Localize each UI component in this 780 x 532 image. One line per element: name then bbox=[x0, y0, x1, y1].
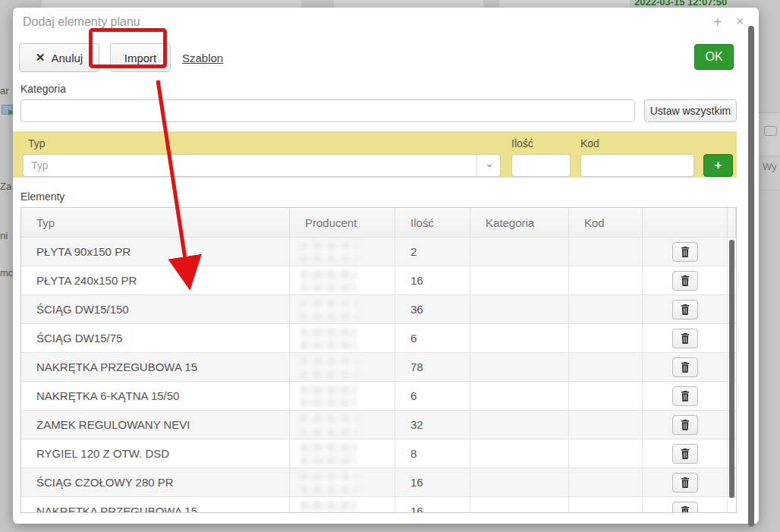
table-row: NAKRĘTKA PRZEGUBOWA 15 78 bbox=[21, 353, 736, 382]
kod-label: Kod bbox=[580, 137, 599, 150]
plus-icon: + bbox=[715, 158, 722, 173]
combobox-divider bbox=[476, 155, 477, 176]
trash-icon bbox=[681, 420, 690, 430]
bg-text-fragment: mc bbox=[0, 267, 13, 279]
cell-producent bbox=[290, 468, 395, 496]
delete-row-button[interactable] bbox=[672, 271, 698, 291]
table-row: PŁYTA 90x150 PR 2 bbox=[21, 238, 736, 266]
cell-kategoria bbox=[470, 382, 569, 410]
ok-button[interactable]: OK bbox=[694, 44, 734, 70]
delete-row-button[interactable] bbox=[672, 386, 698, 406]
redacted-producent bbox=[300, 385, 357, 407]
cell-typ: ŚCIĄG DW15/150 bbox=[21, 295, 290, 323]
cell-kod bbox=[569, 439, 643, 467]
kategoria-input[interactable] bbox=[20, 99, 635, 122]
delete-row-button[interactable] bbox=[672, 473, 698, 493]
table-row: ZAMEK REGULOWANY NEVI 32 bbox=[21, 411, 736, 439]
cell-typ: NAKRĘTKA PRZEGUBOWA 15 bbox=[21, 497, 290, 513]
cell-kod bbox=[569, 295, 643, 323]
add-element-button[interactable]: + bbox=[703, 154, 733, 177]
trash-icon bbox=[681, 304, 690, 315]
cancel-button-label: Anuluj bbox=[51, 52, 83, 65]
dialog-scrollbar[interactable] bbox=[748, 26, 754, 527]
x-icon: ✕ bbox=[36, 51, 46, 65]
table-row: NAKRĘTKA 6-KĄTNA 15/50 6 bbox=[21, 382, 736, 411]
delete-row-button[interactable] bbox=[672, 444, 698, 464]
cell-actions bbox=[643, 497, 728, 513]
import-button-label: Import bbox=[124, 52, 157, 65]
window-close-icon[interactable]: × bbox=[736, 14, 744, 30]
cancel-button[interactable]: ✕ Anuluj bbox=[19, 43, 99, 72]
cell-kod bbox=[569, 382, 643, 410]
cell-actions bbox=[643, 324, 728, 352]
delete-row-button[interactable] bbox=[672, 329, 698, 348]
column-header-kategoria: Kategoria bbox=[470, 208, 569, 237]
cell-producent bbox=[290, 353, 395, 381]
typ-combobox[interactable]: Typ ⌄ bbox=[23, 154, 501, 177]
cell-ilosc: 36 bbox=[395, 295, 470, 323]
scrollbar-spacer bbox=[728, 497, 736, 513]
window-expand-icon[interactable]: + bbox=[713, 14, 722, 31]
cell-kod bbox=[569, 238, 643, 266]
elements-table: Typ Producent Ilość Kategoria Kod PŁYTA … bbox=[20, 207, 737, 513]
ilosc-label: Ilość bbox=[511, 137, 533, 150]
cell-producent bbox=[290, 497, 395, 513]
template-link[interactable]: Szablon bbox=[182, 52, 223, 65]
cell-actions bbox=[643, 439, 728, 467]
bg-checkbox[interactable] bbox=[764, 126, 777, 136]
cell-producent bbox=[290, 324, 395, 352]
set-all-button[interactable]: Ustaw wszystkim bbox=[644, 99, 737, 122]
redacted-producent bbox=[300, 327, 357, 349]
bg-export-icon bbox=[2, 105, 13, 115]
kod-input[interactable] bbox=[580, 154, 694, 177]
cell-typ: NAKRĘTKA 6-KĄTNA 15/50 bbox=[21, 382, 290, 410]
table-row: NAKRĘTKA PRZEGUBOWA 15 16 bbox=[21, 497, 736, 513]
cell-kod bbox=[569, 266, 643, 294]
cell-actions bbox=[643, 382, 728, 410]
bg-text-fragment: ni bbox=[0, 230, 13, 241]
bg-divider bbox=[759, 156, 780, 156]
set-all-button-label: Ustaw wszystkim bbox=[650, 105, 731, 117]
delete-row-button[interactable] bbox=[672, 502, 698, 514]
cell-kategoria bbox=[470, 353, 569, 381]
cell-kod bbox=[569, 497, 643, 513]
cell-actions bbox=[643, 353, 728, 381]
cell-ilosc: 6 bbox=[395, 324, 470, 352]
bg-right-strip: Wy bbox=[759, 0, 780, 532]
column-header-typ: Typ bbox=[21, 208, 290, 237]
cell-typ: PŁYTA 240x150 PR bbox=[21, 266, 290, 294]
cell-actions bbox=[643, 266, 728, 294]
cell-kategoria bbox=[470, 439, 569, 467]
redacted-producent bbox=[300, 356, 357, 378]
delete-row-button[interactable] bbox=[672, 357, 698, 377]
delete-row-button[interactable] bbox=[672, 300, 698, 320]
cell-producent bbox=[290, 238, 395, 266]
ilosc-input[interactable] bbox=[511, 154, 571, 177]
cell-ilosc: 8 bbox=[395, 439, 470, 467]
cell-typ: ZAMEK REGULOWANY NEVI bbox=[21, 411, 290, 439]
cell-kategoria bbox=[470, 497, 569, 513]
table-scrollbar[interactable] bbox=[729, 240, 734, 498]
delete-row-button[interactable] bbox=[672, 242, 698, 262]
import-button[interactable]: Import bbox=[110, 43, 171, 72]
bg-text-fragment: ar bbox=[0, 85, 13, 96]
cell-actions bbox=[643, 468, 728, 496]
bg-divider bbox=[759, 190, 780, 190]
cell-kod bbox=[569, 411, 643, 439]
cell-kategoria bbox=[470, 295, 569, 323]
dialog-title: Dodaj elementy planu bbox=[23, 15, 140, 29]
cell-ilosc: 32 bbox=[395, 411, 470, 439]
cell-kategoria bbox=[470, 324, 569, 352]
redacted-producent bbox=[300, 471, 357, 493]
cell-typ: PŁYTA 90x150 PR bbox=[21, 238, 290, 266]
bg-column-block bbox=[334, 0, 483, 8]
delete-row-button[interactable] bbox=[672, 415, 698, 435]
redacted-producent bbox=[300, 298, 357, 320]
redacted-producent bbox=[300, 442, 357, 464]
cell-actions bbox=[643, 411, 728, 439]
cell-producent bbox=[290, 382, 395, 410]
table-body: PŁYTA 90x150 PR 2 PŁYTA 240x150 PR 16 bbox=[21, 238, 736, 513]
cell-ilosc: 78 bbox=[395, 353, 470, 381]
ok-button-label: OK bbox=[705, 50, 722, 64]
cell-typ: NAKRĘTKA PRZEGUBOWA 15 bbox=[21, 353, 290, 381]
